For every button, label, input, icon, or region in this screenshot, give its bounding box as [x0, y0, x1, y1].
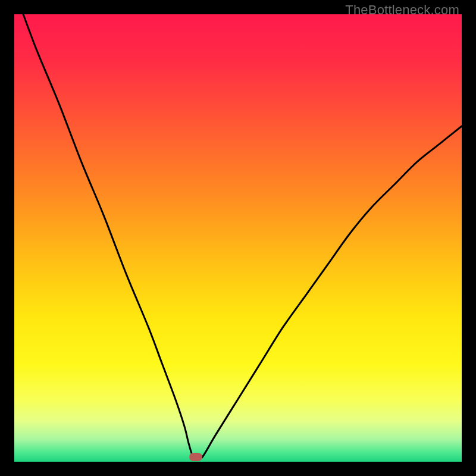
chart-background [14, 14, 462, 462]
chart-frame [14, 14, 462, 462]
optimal-point-marker [189, 453, 202, 461]
chart-svg [14, 14, 462, 462]
